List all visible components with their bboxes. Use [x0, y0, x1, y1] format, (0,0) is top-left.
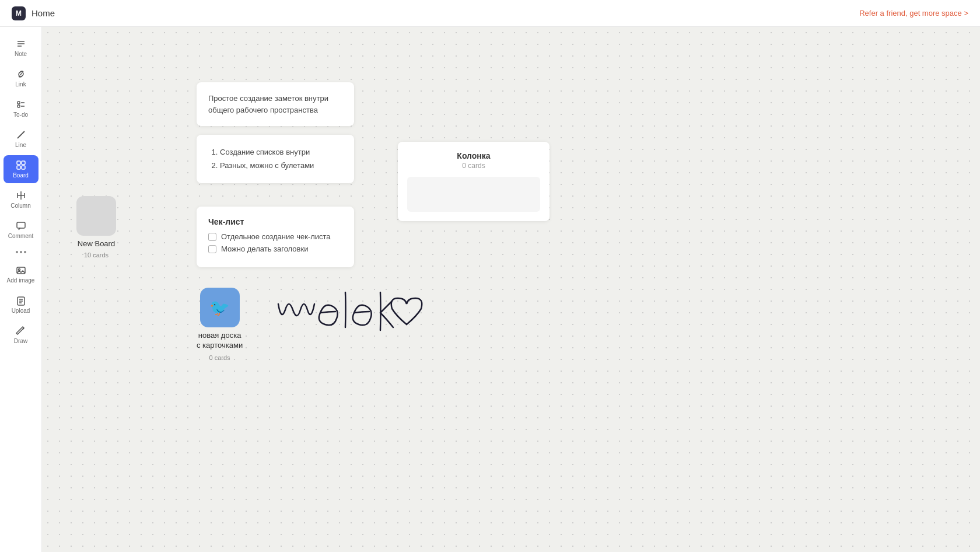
- sidebar: Note Link To-do: [0, 27, 42, 552]
- sidebar-item-comment-label: Comment: [8, 233, 33, 239]
- new-board-item[interactable]: New Board 10 cards: [76, 196, 116, 258]
- sidebar-item-column[interactable]: Column: [4, 186, 38, 214]
- check-label-1: Отдельное создание чек-листа: [221, 232, 331, 241]
- checklist-card[interactable]: Чек-лист Отдельное создание чек-листа Мо…: [197, 207, 354, 267]
- sidebar-item-link[interactable]: Link: [4, 64, 38, 92]
- board-2-name: новая доска с карточками: [197, 331, 243, 351]
- svg-line-7: [18, 131, 24, 138]
- handwriting-decoration: [272, 275, 517, 374]
- note-icon: [16, 39, 26, 49]
- board-2-thumbnail: 🐦: [200, 288, 240, 327]
- new-board-thumbnail: [76, 196, 116, 236]
- list-card-list: Создание списков внутри Разных, можно с …: [220, 145, 342, 173]
- link-icon: [16, 69, 26, 79]
- sidebar-item-todo-label: To-do: [13, 111, 28, 118]
- refer-link[interactable]: Refer a friend, get more space >: [859, 9, 968, 18]
- topbar: M Home Refer a friend, get more space >: [0, 0, 980, 27]
- main-layout: Note Link To-do: [0, 27, 980, 552]
- check-label-2: Можно делать заголовки: [221, 244, 308, 253]
- list-item: Создание списков внутри: [220, 145, 342, 159]
- sidebar-item-note[interactable]: Note: [4, 34, 38, 62]
- sidebar-item-addimage[interactable]: Add image: [4, 260, 38, 288]
- board-2-icon: 🐦: [209, 298, 230, 317]
- sidebar-item-board-label: Board: [13, 172, 29, 179]
- svg-rect-8: [17, 161, 20, 165]
- column-widget[interactable]: Колонка 0 cards: [398, 142, 550, 221]
- column-icon: [16, 190, 26, 201]
- column-inner: [407, 177, 540, 212]
- list-item: Разных, можно с булетами: [220, 159, 342, 172]
- app-logo: M: [12, 6, 26, 20]
- sidebar-item-upload-label: Upload: [12, 308, 30, 314]
- upload-icon: [16, 295, 26, 306]
- svg-rect-16: [17, 222, 25, 228]
- sidebar-item-upload[interactable]: Upload: [4, 291, 38, 319]
- board-2-item[interactable]: 🐦 новая доска с карточками 0 cards: [197, 288, 243, 361]
- svg-rect-11: [22, 166, 25, 169]
- sidebar-item-draw-label: Draw: [14, 338, 27, 344]
- checkbox-2[interactable]: [208, 245, 216, 253]
- sidebar-item-comment[interactable]: Comment: [4, 216, 38, 244]
- checklist-title: Чек-лист: [208, 217, 342, 226]
- note-card-1-text: Простое создание заметок внутри общего р…: [208, 93, 342, 116]
- todo-icon: [16, 99, 26, 110]
- line-icon: [16, 130, 26, 140]
- canvas: New Board 10 cards Простое создание заме…: [42, 27, 980, 552]
- draw-icon: [16, 326, 26, 336]
- check-item-1: Отдельное создание чек-листа: [208, 232, 342, 241]
- comment-icon: [16, 221, 26, 231]
- svg-rect-3: [18, 102, 20, 104]
- note-card-1[interactable]: Простое создание заметок внутри общего р…: [197, 82, 354, 126]
- board-2-cards: 0 cards: [209, 354, 230, 361]
- checkbox-1[interactable]: [208, 233, 216, 241]
- column-title: Колонка: [407, 151, 540, 160]
- new-board-name: New Board: [78, 239, 115, 248]
- sidebar-item-line-label: Line: [15, 142, 26, 148]
- more-icon: [16, 251, 26, 253]
- sidebar-item-column-label: Column: [10, 202, 30, 209]
- sidebar-item-draw[interactable]: Draw: [4, 321, 38, 349]
- sidebar-item-line[interactable]: Line: [4, 125, 38, 153]
- addimage-icon: [16, 265, 26, 275]
- svg-rect-4: [18, 105, 20, 107]
- board-icon: [16, 160, 26, 170]
- sidebar-item-addimage-label: Add image: [7, 277, 35, 284]
- page-title: Home: [32, 8, 55, 18]
- sidebar-item-note-label: Note: [15, 51, 27, 57]
- sidebar-item-link-label: Link: [15, 81, 26, 88]
- svg-rect-9: [22, 161, 25, 165]
- sidebar-item-todo[interactable]: To-do: [4, 95, 38, 123]
- new-board-cards: 10 cards: [84, 251, 108, 258]
- svg-rect-10: [17, 166, 20, 169]
- sidebar-item-more[interactable]: [4, 246, 38, 258]
- list-card[interactable]: Создание списков внутри Разных, можно с …: [197, 135, 354, 183]
- column-count: 0 cards: [407, 162, 540, 170]
- topbar-left: M Home: [12, 6, 55, 20]
- check-item-2: Можно делать заголовки: [208, 244, 342, 253]
- sidebar-item-board[interactable]: Board: [4, 155, 38, 183]
